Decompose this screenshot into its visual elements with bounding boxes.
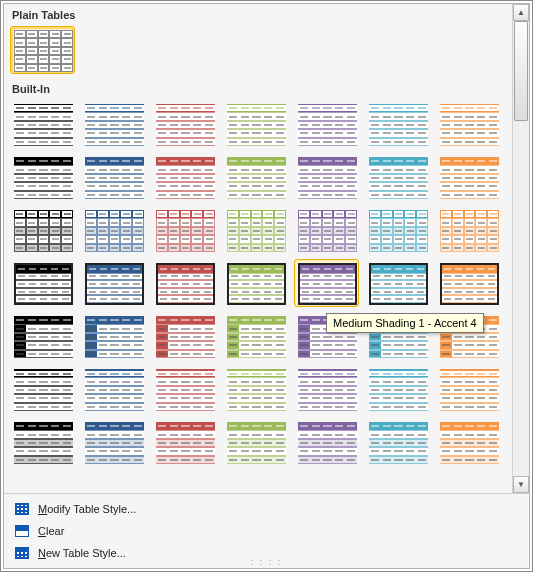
scroll-down-button[interactable]: ▼	[513, 476, 529, 493]
style-thumb-builtin-r2-c3[interactable]	[223, 206, 288, 254]
style-thumb-builtin-r6-c6[interactable]	[436, 418, 501, 466]
style-thumb-builtin-r4-c0[interactable]	[10, 312, 75, 360]
style-thumb-builtin-r1-c1[interactable]	[81, 153, 146, 201]
style-thumb-builtin-r1-c6[interactable]	[436, 153, 501, 201]
style-thumb-builtin-r1-c3[interactable]	[223, 153, 288, 201]
style-thumb-builtin-r5-c4[interactable]	[294, 365, 359, 413]
style-thumb-builtin-r4-c3[interactable]	[223, 312, 288, 360]
style-thumb-builtin-r0-c4[interactable]	[294, 100, 359, 148]
style-thumb-builtin-r6-c3[interactable]	[223, 418, 288, 466]
scroll-up-button[interactable]: ▲	[513, 4, 529, 21]
style-thumb-builtin-r6-c1[interactable]	[81, 418, 146, 466]
plain-tables-header: Plain Tables	[10, 6, 508, 26]
style-thumb-builtin-r3-c5[interactable]	[365, 259, 430, 307]
style-thumb-builtin-r1-c0[interactable]	[10, 153, 75, 201]
clear-label: Clear	[38, 525, 64, 537]
modify-icon	[14, 501, 30, 517]
style-thumb-builtin-r1-c4[interactable]	[294, 153, 359, 201]
style-thumb-builtin-r2-c5[interactable]	[365, 206, 430, 254]
new-style-icon	[14, 545, 30, 561]
built-in-header: Built-In	[10, 80, 508, 100]
table-styles-gallery-panel: Plain TablesBuilt-In ▲ ▼ Modify Table St…	[3, 3, 530, 569]
style-thumb-builtin-r0-c5[interactable]	[365, 100, 430, 148]
style-thumb-builtin-r4-c1[interactable]	[81, 312, 146, 360]
style-thumb-builtin-r3-c4[interactable]	[294, 259, 359, 307]
clear-icon	[14, 523, 30, 539]
style-thumb-builtin-r6-c5[interactable]	[365, 418, 430, 466]
new-style-label: New Table Style...	[38, 547, 126, 559]
style-thumb-builtin-r3-c2[interactable]	[152, 259, 217, 307]
style-thumb-builtin-r3-c6[interactable]	[436, 259, 501, 307]
style-tooltip: Medium Shading 1 - Accent 4	[326, 313, 484, 333]
style-thumb-builtin-r1-c5[interactable]	[365, 153, 430, 201]
clear-menu-item[interactable]: Clear	[6, 520, 527, 542]
style-thumb-builtin-r6-c0[interactable]	[10, 418, 75, 466]
style-thumb-builtin-r2-c1[interactable]	[81, 206, 146, 254]
style-thumb-builtin-r0-c1[interactable]	[81, 100, 146, 148]
modify-table-style-menu-item[interactable]: Modify Table Style...	[6, 498, 527, 520]
vertical-scrollbar[interactable]: ▲ ▼	[512, 4, 529, 493]
style-thumb-builtin-r5-c0[interactable]	[10, 365, 75, 413]
style-thumb-plain-0[interactable]	[10, 26, 75, 74]
style-thumb-builtin-r5-c2[interactable]	[152, 365, 217, 413]
modify-label: Modify Table Style...	[38, 503, 136, 515]
style-thumb-builtin-r6-c4[interactable]	[294, 418, 359, 466]
style-thumb-builtin-r2-c0[interactable]	[10, 206, 75, 254]
style-thumb-builtin-r0-c2[interactable]	[152, 100, 217, 148]
style-thumb-builtin-r5-c1[interactable]	[81, 365, 146, 413]
scrollbar-thumb[interactable]	[514, 21, 528, 121]
style-thumb-builtin-r1-c2[interactable]	[152, 153, 217, 201]
style-thumb-builtin-r5-c5[interactable]	[365, 365, 430, 413]
scrollbar-track[interactable]	[513, 21, 529, 476]
style-thumb-builtin-r3-c0[interactable]	[10, 259, 75, 307]
style-thumb-builtin-r2-c2[interactable]	[152, 206, 217, 254]
style-thumb-builtin-r5-c3[interactable]	[223, 365, 288, 413]
style-thumb-builtin-r4-c2[interactable]	[152, 312, 217, 360]
style-thumb-builtin-r0-c6[interactable]	[436, 100, 501, 148]
gallery-viewport: Plain TablesBuilt-In ▲ ▼	[4, 4, 529, 494]
style-thumb-builtin-r2-c6[interactable]	[436, 206, 501, 254]
resize-grip[interactable]: : : : :	[251, 557, 283, 567]
style-thumb-builtin-r0-c3[interactable]	[223, 100, 288, 148]
style-thumb-builtin-r3-c3[interactable]	[223, 259, 288, 307]
style-thumb-builtin-r0-c0[interactable]	[10, 100, 75, 148]
style-thumb-builtin-r2-c4[interactable]	[294, 206, 359, 254]
style-thumb-builtin-r6-c2[interactable]	[152, 418, 217, 466]
style-thumb-builtin-r3-c1[interactable]	[81, 259, 146, 307]
style-thumb-builtin-r5-c6[interactable]	[436, 365, 501, 413]
